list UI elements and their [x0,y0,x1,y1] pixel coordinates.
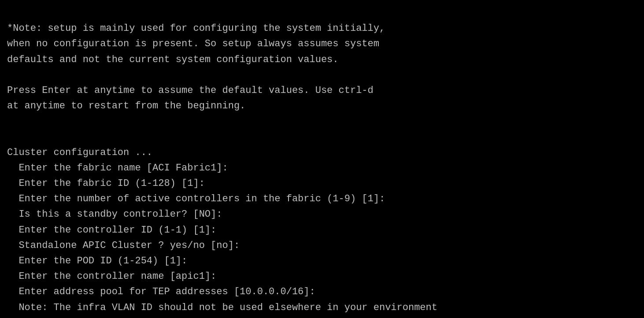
terminal-line: and should not overlap with any other re… [7,315,637,318]
terminal-line: Enter the controller ID (1-1) [1]: [7,222,637,238]
terminal-line: Note: The infra VLAN ID should not be us… [7,300,637,315]
terminal-line: Enter the fabric ID (1-128) [1]: [7,176,637,191]
terminal-line: Enter address pool for TEP addresses [10… [7,284,637,300]
terminal-line: Enter the POD ID (1-254) [1]: [7,253,637,269]
terminal-line: Enter the fabric name [ACI Fabric1]: [7,160,637,176]
terminal-line: Cluster configuration ... [7,145,637,160]
terminal-line: Enter the number of active controllers i… [7,191,637,207]
terminal-line: at anytime to restart from the beginning… [7,98,637,114]
terminal-line: Press Enter at anytime to assume the def… [7,83,637,98]
terminal-line: Enter the controller name [apic1]: [7,269,637,284]
terminal-line: Is this a standby controller? [NO]: [7,207,637,222]
terminal-line: Standalone APIC Cluster ? yes/no [no]: [7,238,637,253]
terminal-line [7,67,637,83]
terminal-line [7,129,637,145]
terminal-line: defaults and not the current system conf… [7,52,637,67]
terminal-line [7,114,637,129]
terminal-line: when no configuration is present. So set… [7,36,637,52]
terminal-output: *Note: setup is mainly used for configur… [7,5,637,318]
terminal-line: *Note: setup is mainly used for configur… [7,21,637,36]
